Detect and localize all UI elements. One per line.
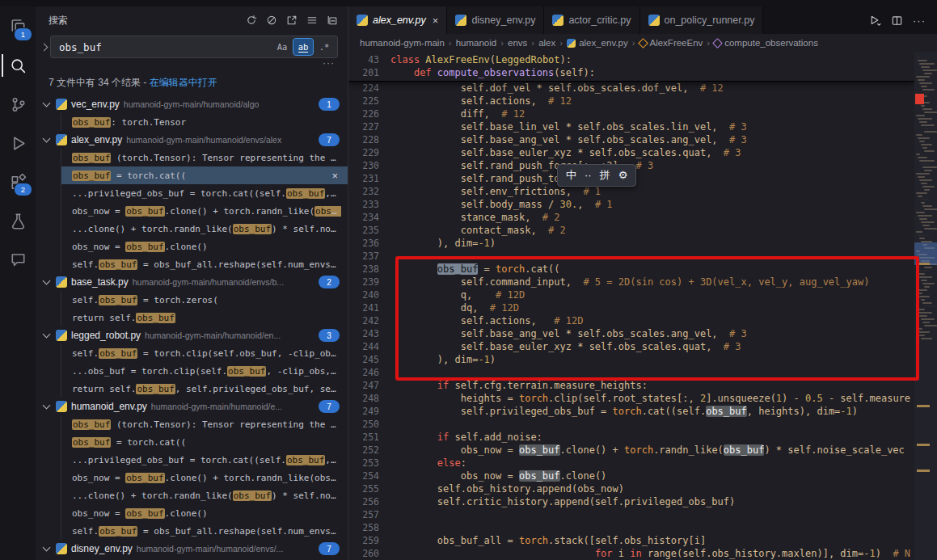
activity-item-testing[interactable] <box>2 205 34 236</box>
breadcrumb-item[interactable]: AlexFreeEnv <box>639 38 703 48</box>
code-line-43[interactable]: 43class AlexFreeEnv(LeggedRobot): <box>348 53 914 66</box>
breadcrumb-item[interactable]: alex_env.py <box>567 38 628 48</box>
search-match-row[interactable]: obs_buf = torch.cat(( <box>61 433 348 451</box>
code-line-225[interactable]: 225 self.actions, # 12 <box>348 95 914 107</box>
sticky-scroll[interactable]: 43class AlexFreeEnv(LeggedRobot):201 def… <box>348 52 914 82</box>
code-line-243[interactable]: 243 self.base_ang_vel * self.obs_scales.… <box>348 327 914 340</box>
code-line-228[interactable]: 228 self.base_ang_vel * self.obs_scales.… <box>348 133 914 146</box>
breadcrumb-item[interactable]: humanoid-gym-main <box>360 38 445 48</box>
search-match-row[interactable]: self.obs_buf = torch.zeros( <box>61 291 348 309</box>
breadcrumb-item[interactable]: humanoid <box>456 38 497 48</box>
code-line-201[interactable]: 201 def compute_observations(self): <box>348 66 914 79</box>
code-line-251[interactable]: 251 if self.add_noise: <box>348 431 914 444</box>
code-line-242[interactable]: 242 self.actions, # 12D <box>348 314 914 327</box>
ime-pinyin-icon[interactable]: 拼 <box>597 166 614 185</box>
breadcrumb-item[interactable]: alex <box>538 38 555 48</box>
ime-dots-icon[interactable]: ·· <box>581 166 595 185</box>
breadcrumb-item[interactable]: envs <box>508 38 527 48</box>
code-line-246[interactable]: 246 <box>348 366 914 379</box>
clear-results-button[interactable] <box>263 11 281 29</box>
tab-disney_env-py[interactable]: disney_env.py <box>447 6 544 34</box>
code-line-241[interactable]: 241 dq, # 12D <box>348 301 914 314</box>
code-line-237[interactable]: 237 <box>348 250 914 263</box>
code-line-253[interactable]: 253 else: <box>348 457 914 469</box>
search-match-row[interactable]: obs_now = obs_buf.clone() <box>61 238 348 255</box>
code-line-244[interactable]: 244 self.base_euler_xyz * self.obs_scale… <box>348 340 914 353</box>
search-match-row[interactable]: ...clone() + torch.randn_like(obs_buf) *… <box>61 486 348 504</box>
code-line-235[interactable]: 235 contact_mask, # 2 <box>348 224 914 237</box>
activity-item-comments[interactable] <box>2 244 34 275</box>
code-line-236[interactable]: 236 ), dim=-1) <box>348 237 914 250</box>
split-editor-button[interactable] <box>891 15 903 27</box>
file-row[interactable]: humanoid_env.pyhumanoid-gym-main/humanoi… <box>36 398 348 415</box>
close-icon[interactable]: × <box>433 15 439 27</box>
file-row[interactable]: disney_env.pyhumanoid-gym-main/humanoid/… <box>36 540 348 558</box>
activity-item-source-control[interactable] <box>2 89 34 120</box>
file-row[interactable]: legged_robot.pyhumanoid-gym-main/humanoi… <box>36 326 348 344</box>
code-line-260[interactable]: 260 for i in range(self.obs_history.maxl… <box>348 547 914 560</box>
open-new-search-editor-button[interactable] <box>283 11 301 29</box>
search-match-row[interactable]: self.obs_buf = obs_buf_all.reshape(self.… <box>61 522 348 540</box>
activity-item-search[interactable] <box>2 50 34 81</box>
file-row[interactable]: vec_env.pyhumanoid-gym-main/humanoid/alg… <box>36 95 348 113</box>
code-line-240[interactable]: 240 q, # 12D <box>348 288 914 301</box>
code-line-232[interactable]: 232 self.env_frictions, # 1 <box>348 185 914 198</box>
search-match-row[interactable]: return self.obs_buf, self.privileged_obs… <box>61 380 348 398</box>
search-match-row[interactable]: obs_buf: torch.Tensor <box>61 113 348 131</box>
activity-item-run-debug[interactable] <box>2 128 34 158</box>
code-line-249[interactable]: 249 self.privileged_obs_buf = torch.cat(… <box>348 405 914 418</box>
search-match-row[interactable]: return self.obs_buf <box>61 309 348 326</box>
tab-on_policy_runner-py[interactable]: on_policy_runner.py <box>640 6 764 34</box>
gear-icon[interactable]: ⚙ <box>615 166 631 185</box>
minimap[interactable] <box>914 52 937 560</box>
code-line-245[interactable]: 245 ), dim=-1) <box>348 353 914 366</box>
code-line-239[interactable]: 239 self.command_input, # 5 = 2D(sin cos… <box>348 276 914 288</box>
code-line-258[interactable]: 258 <box>348 521 914 534</box>
search-match-row[interactable]: obs_buf (torch.Tensor): Tensor represent… <box>61 415 348 433</box>
activity-item-explorer[interactable]: 1 <box>2 11 34 42</box>
file-row[interactable]: alex_env.pyhumanoid-gym-main/humanoid/en… <box>36 131 348 149</box>
minimap-slider[interactable] <box>914 242 937 265</box>
close-icon[interactable]: × <box>328 170 341 182</box>
activity-item-extensions[interactable]: 2 <box>2 166 34 197</box>
search-match-row[interactable]: self.obs_buf = torch.clip(self.obs_buf, … <box>61 344 348 362</box>
search-match-row[interactable]: obs_buf = torch.cat((× <box>61 166 348 184</box>
search-match-row[interactable]: obs_now = obs_buf.clone() + torch.randn_… <box>61 202 348 220</box>
search-input[interactable] <box>57 40 271 54</box>
tab-actor_critic-py[interactable]: actor_critic.py <box>544 6 639 34</box>
code-lines[interactable]: 224 self.dof_vel * self.obs_scales.dof_v… <box>348 82 914 560</box>
code-line-226[interactable]: 226 diff, # 12 <box>348 107 914 120</box>
ime-language-icon[interactable]: 中 <box>563 166 580 185</box>
tab-alex_env-py[interactable]: alex_env.py× <box>348 6 447 34</box>
match-case-toggle[interactable]: Aa <box>272 39 292 55</box>
code-line-227[interactable]: 227 self.base_lin_vel * self.obs_scales.… <box>348 120 914 133</box>
search-match-row[interactable]: ...privileged_obs_buf = torch.cat((self.… <box>61 184 348 202</box>
code-line-224[interactable]: 224 self.dof_vel * self.obs_scales.dof_v… <box>348 82 914 95</box>
code-line-250[interactable]: 250 <box>348 418 914 431</box>
code-line-256[interactable]: 256 self.critic_history.append(self.priv… <box>348 495 914 508</box>
search-match-row[interactable]: obs_now = obs_buf.clone() + torch.randn_… <box>61 469 348 486</box>
refresh-button[interactable] <box>243 11 260 29</box>
regex-toggle[interactable]: .* <box>314 39 334 55</box>
run-button[interactable] <box>869 15 881 27</box>
more-actions-button[interactable]: ··· <box>913 15 926 27</box>
code-line-248[interactable]: 248 heights = torch.clip(self.root_state… <box>348 392 914 405</box>
toggle-search-details[interactable]: ··· <box>36 58 348 69</box>
search-match-row[interactable]: self.obs_buf = obs_buf_all.reshape(self.… <box>61 255 348 273</box>
open-in-editor-link[interactable]: 在编辑器中打开 <box>150 77 217 88</box>
toggle-replace-button[interactable] <box>37 36 50 57</box>
search-match-row[interactable]: ...privileged_obs_buf = torch.cat((self.… <box>61 451 348 469</box>
collapse-all-button[interactable] <box>323 11 341 29</box>
search-match-row[interactable]: ...obs_buf = torch.clip(self.obs_buf, -c… <box>61 362 348 380</box>
search-match-row[interactable]: obs_buf (torch.Tensor): Tensor represent… <box>61 149 348 166</box>
code-line-255[interactable]: 255 self.obs_history.append(obs_now) <box>348 482 914 495</box>
code-line-247[interactable]: 247 if self.cfg.terrain.measure_heights: <box>348 379 914 392</box>
code-line-234[interactable]: 234 stance_mask, # 2 <box>348 211 914 224</box>
whole-word-toggle[interactable]: ab <box>293 39 313 55</box>
code-line-252[interactable]: 252 obs_now = obs_buf.clone() + torch.ra… <box>348 444 914 457</box>
search-match-row[interactable]: ...clone() + torch.randn_like(obs_buf) *… <box>61 220 348 238</box>
code-line-229[interactable]: 229 self.base_euler_xyz * self.obs_scale… <box>348 146 914 159</box>
search-match-row[interactable]: obs_now = obs_buf.clone() <box>61 504 348 522</box>
breadcrumb-item[interactable]: compute_observations <box>714 38 818 48</box>
code-line-233[interactable]: 233 self.body_mass / 30., # 1 <box>348 198 914 211</box>
